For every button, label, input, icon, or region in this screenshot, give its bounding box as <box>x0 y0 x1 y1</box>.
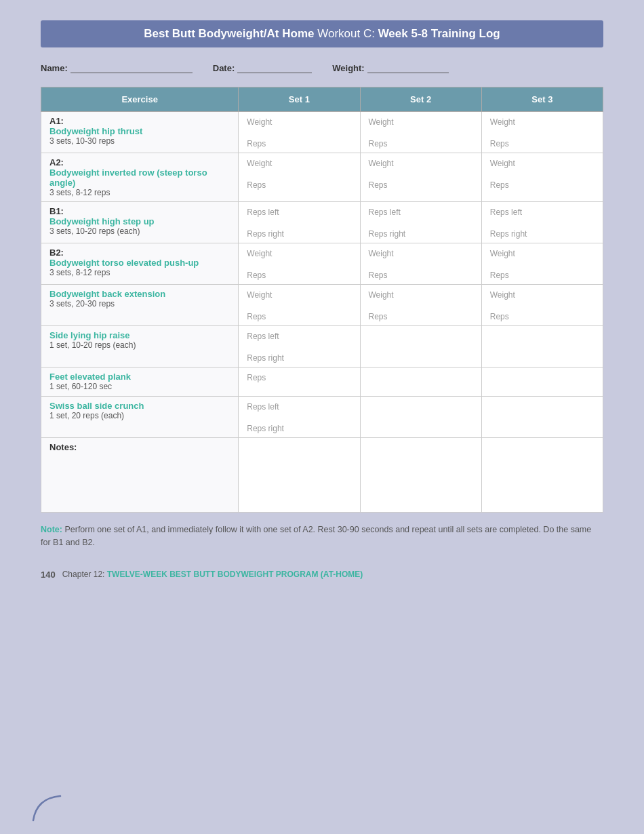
set-cell[interactable]: Weight Reps <box>360 153 481 202</box>
set-bottom-value: Reps <box>490 178 595 190</box>
set-cell[interactable] <box>481 326 603 368</box>
weight-field: Weight: <box>332 62 448 73</box>
table-row: Swiss ball side crunch1 set, 20 reps (ea… <box>41 397 603 438</box>
set-bottom-value: Reps <box>247 178 351 190</box>
swoosh-icon <box>30 795 64 822</box>
set-cell[interactable]: Reps left Reps right <box>239 397 360 438</box>
set-bottom-value: Reps <box>247 268 351 280</box>
exercise-name: Bodyweight high step up <box>49 216 230 226</box>
notes-set-cell[interactable] <box>360 438 481 513</box>
set-top-value: Weight <box>247 247 351 268</box>
name-label: Name: <box>41 63 68 73</box>
set-cell[interactable] <box>481 368 603 397</box>
set-cell[interactable]: Reps left Reps right <box>239 202 360 243</box>
set-bottom-value: Reps <box>369 309 473 321</box>
set-top-value: Weight <box>247 157 351 178</box>
exercise-cell: Feet elevated plank1 set, 60-120 sec <box>41 368 239 397</box>
set-cell[interactable] <box>481 397 603 438</box>
col-set3: Set 3 <box>481 87 603 112</box>
set-bottom-value: Reps right <box>369 226 473 239</box>
set-top-value: Weight <box>490 116 595 136</box>
set-bottom-value: Reps <box>247 309 351 321</box>
exercise-name: Bodyweight inverted row (steep torso ang… <box>49 167 230 188</box>
set-bottom-value: Reps right <box>490 226 595 239</box>
page-footer: 140 Chapter 12: TWELVE-WEEK BEST BUTT BO… <box>41 570 603 580</box>
set-bottom-value: Reps <box>247 136 351 148</box>
table-row: A1:Bodyweight hip thrust3 sets, 10-30 re… <box>41 112 603 153</box>
set-cell[interactable]: Weight Reps <box>239 112 360 153</box>
set-top-value: Reps left <box>369 206 473 226</box>
workout-table: Exercise Set 1 Set 2 Set 3 A1:Bodyweight… <box>41 87 603 513</box>
set-top-value: Weight <box>369 116 473 136</box>
chapter-title: TWELVE-WEEK BEST BUTT BODYWEIGHT PROGRAM… <box>104 570 363 579</box>
title-light: Workout C: <box>314 27 378 40</box>
exercise-name: Bodyweight hip thrust <box>49 126 230 136</box>
set-cell[interactable]: Weight Reps <box>360 243 481 285</box>
title-bar: Best Butt Bodyweight/At Home Workout C: … <box>41 20 603 47</box>
notes-row: Notes: <box>41 438 603 513</box>
exercise-name: Bodyweight torso elevated push-up <box>49 258 230 268</box>
set-cell[interactable]: Reps <box>239 368 360 397</box>
col-set1: Set 1 <box>239 87 360 112</box>
set-top-value: Weight <box>247 116 351 136</box>
set-cell[interactable]: Reps left Reps right <box>239 326 360 368</box>
exercise-sets: 3 sets, 10-30 reps <box>49 136 230 146</box>
table-row: Feet elevated plank1 set, 60-120 sec Rep… <box>41 368 603 397</box>
exercise-sets: 1 set, 20 reps (each) <box>49 411 230 420</box>
exercise-id: B2: <box>49 247 230 258</box>
exercise-cell: B1:Bodyweight high step up3 sets, 10-20 … <box>41 202 239 243</box>
name-underline[interactable] <box>71 62 193 73</box>
exercise-cell: Side lying hip raise1 set, 10-20 reps (e… <box>41 326 239 368</box>
notes-label: Notes: <box>49 442 230 452</box>
exercise-name: Swiss ball side crunch <box>49 401 230 411</box>
set-top-value: Reps left <box>247 330 351 351</box>
exercise-sets: 3 sets, 8-12 reps <box>49 188 230 197</box>
set-cell[interactable]: Reps left Reps right <box>360 202 481 243</box>
page-number: 140 <box>41 570 56 580</box>
exercise-cell: A1:Bodyweight hip thrust3 sets, 10-30 re… <box>41 112 239 153</box>
set-top-value: Weight <box>490 247 595 268</box>
notes-set-cell[interactable] <box>239 438 360 513</box>
set-top-value: Reps <box>247 372 351 392</box>
set-bottom-value: Reps right <box>247 421 351 433</box>
exercise-id: B1: <box>49 206 230 216</box>
set-cell[interactable] <box>360 326 481 368</box>
weight-label: Weight: <box>332 63 364 73</box>
table-row: A2:Bodyweight inverted row (steep torso … <box>41 153 603 202</box>
set-bottom-value: Reps right <box>247 351 351 363</box>
set-cell[interactable]: Weight Reps <box>239 285 360 326</box>
set-bottom-value: Reps <box>490 136 595 148</box>
set-top-value: Weight <box>369 247 473 268</box>
set-cell[interactable] <box>360 368 481 397</box>
exercise-cell: A2:Bodyweight inverted row (steep torso … <box>41 153 239 202</box>
chapter-info: Chapter 12: TWELVE-WEEK BEST BUTT BODYWE… <box>62 570 363 579</box>
set-cell[interactable] <box>360 397 481 438</box>
set-cell[interactable]: Weight Reps <box>360 285 481 326</box>
exercise-sets: 1 set, 60-120 sec <box>49 382 230 391</box>
title-colored: Week 5-8 Training Log <box>378 27 500 40</box>
set-cell[interactable]: Weight Reps <box>481 285 603 326</box>
set-cell[interactable]: Reps left Reps right <box>481 202 603 243</box>
set-bottom-value: Reps right <box>247 226 351 239</box>
set-cell[interactable]: Weight Reps <box>360 112 481 153</box>
exercise-sets: 3 sets, 20-30 reps <box>49 299 230 309</box>
set-cell[interactable]: Weight Reps <box>481 112 603 153</box>
table-row: B1:Bodyweight high step up3 sets, 10-20 … <box>41 202 603 243</box>
set-top-value: Weight <box>490 157 595 178</box>
set-top-value: Weight <box>369 157 473 178</box>
set-bottom-value: Reps <box>490 309 595 321</box>
set-top-value: Weight <box>247 289 351 309</box>
set-cell[interactable]: Weight Reps <box>239 153 360 202</box>
date-underline[interactable] <box>237 62 312 73</box>
set-cell[interactable]: Weight Reps <box>481 243 603 285</box>
exercise-sets: 3 sets, 10-20 reps (each) <box>49 226 230 236</box>
set-bottom-value: Reps <box>369 268 473 280</box>
col-set2: Set 2 <box>360 87 481 112</box>
set-top-value: Reps left <box>490 206 595 226</box>
title-bold: Best Butt Bodyweight/At Home <box>144 27 314 40</box>
note-label: Note: <box>41 525 62 534</box>
notes-set-cell[interactable] <box>481 438 603 513</box>
weight-underline[interactable] <box>367 62 449 73</box>
set-cell[interactable]: Weight Reps <box>239 243 360 285</box>
set-cell[interactable]: Weight Reps <box>481 153 603 202</box>
